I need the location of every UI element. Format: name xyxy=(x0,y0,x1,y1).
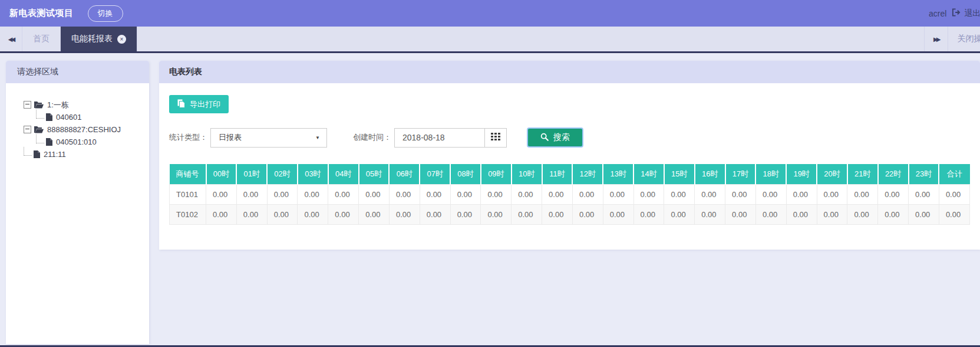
file-icon xyxy=(46,138,52,146)
app-title: 新电表测试项目 xyxy=(9,8,74,19)
table-cell: 0.00 xyxy=(481,185,512,205)
tree-node[interactable]: 040601 xyxy=(36,111,144,123)
table-header-cell: 12时 xyxy=(572,164,603,185)
table-cell: 0.00 xyxy=(847,185,878,205)
table-header-cell: 22时 xyxy=(878,164,909,185)
table-header-cell: 08时 xyxy=(450,164,481,185)
calendar-grid-icon xyxy=(491,133,500,142)
tree-node[interactable]: 888888827:CESHIOJ xyxy=(24,123,144,136)
date-picker-group xyxy=(394,128,507,148)
stat-type-select[interactable]: 日报表 ▼ xyxy=(210,128,327,148)
scroll-tabs-right-button[interactable]: ▶▶ xyxy=(925,27,948,51)
table-cell: T0102 xyxy=(170,205,206,225)
sidebar-header: 请选择区域 xyxy=(6,61,149,83)
table-header-cell: 商铺号 xyxy=(170,164,206,185)
table-cell: 0.00 xyxy=(267,185,298,205)
search-icon xyxy=(540,133,549,143)
username-label: acrel xyxy=(929,9,946,18)
table-cell: 0.00 xyxy=(572,185,603,205)
table-header-cell: 14时 xyxy=(633,164,664,185)
calendar-picker-button[interactable] xyxy=(484,129,506,147)
tree-expander-icon[interactable] xyxy=(24,101,31,109)
tree-node[interactable]: 040501:010 xyxy=(36,136,144,148)
tree-node-label: 1:一栋 xyxy=(47,100,69,110)
close-operations-menu[interactable]: 关闭操作 xyxy=(948,34,980,44)
meter-list-title: 电表列表 xyxy=(169,67,202,77)
folder-icon xyxy=(34,101,44,109)
table-row: T01020.000.000.000.000.000.000.000.000.0… xyxy=(170,205,970,225)
table-cell: 0.00 xyxy=(939,205,969,225)
scroll-tabs-left-button[interactable]: ◀◀ xyxy=(0,27,22,51)
table-cell: 0.00 xyxy=(359,205,390,225)
table-cell: 0.00 xyxy=(450,185,481,205)
table-cell: 0.00 xyxy=(328,205,359,225)
tab-bar: ◀◀ 首页 电能耗报表 × ▶▶ 关闭操作 xyxy=(0,27,980,53)
tree-node[interactable]: 211:11 xyxy=(24,148,144,161)
stat-type-label: 统计类型： xyxy=(169,132,207,143)
table-cell: 0.00 xyxy=(633,205,664,225)
table-cell: 0.00 xyxy=(755,185,786,205)
table-header-cell: 21时 xyxy=(847,164,878,185)
logout-button[interactable]: 退出 xyxy=(952,8,980,19)
table-cell: 0.00 xyxy=(725,205,756,225)
file-icon xyxy=(46,113,52,121)
create-date-input[interactable] xyxy=(395,129,484,147)
meter-table: 商铺号00时01时02时03时04时05时06时07时08时09时10时11时1… xyxy=(169,164,970,225)
sidebar-title: 请选择区域 xyxy=(17,67,58,77)
table-header-cell: 04时 xyxy=(328,164,359,185)
tree-node-label: 211:11 xyxy=(44,150,66,159)
table-header-cell: 16时 xyxy=(695,164,725,185)
table-cell: 0.00 xyxy=(512,185,542,205)
meter-list-panel: 电表列表 导出打印 统计类型： 日报表 ▼ 创建时间： xyxy=(159,61,980,250)
table-cell: 0.00 xyxy=(420,185,450,205)
table-cell: 0.00 xyxy=(298,205,328,225)
table-cell: 0.00 xyxy=(298,185,328,205)
tree-connector xyxy=(24,147,32,156)
tree-node-label: 040601 xyxy=(56,113,81,122)
table-cell: T0101 xyxy=(170,185,206,205)
search-button-label: 搜索 xyxy=(553,132,570,143)
tree-expander-icon[interactable] xyxy=(24,126,31,133)
table-header-cell: 20时 xyxy=(817,164,847,185)
table-cell: 0.00 xyxy=(755,205,786,225)
logout-label: 退出 xyxy=(964,8,980,19)
tree-node[interactable]: 1:一栋 xyxy=(24,99,144,111)
table-cell: 0.00 xyxy=(512,205,542,225)
table-cell: 0.00 xyxy=(389,185,420,205)
tab-energy-report[interactable]: 电能耗报表 × xyxy=(61,27,137,51)
tree-node-label: 888888827:CESHIOJ xyxy=(47,125,121,134)
table-cell: 0.00 xyxy=(695,205,725,225)
folder-icon xyxy=(34,126,44,133)
tab-energy-report-label: 电能耗报表 xyxy=(71,34,113,44)
table-cell: 0.00 xyxy=(633,185,664,205)
table-cell: 0.00 xyxy=(206,185,237,205)
table-cell: 0.00 xyxy=(359,185,390,205)
tabbar-right-controls: ▶▶ 关闭操作 xyxy=(924,27,980,51)
tab-home[interactable]: 首页 xyxy=(22,27,61,51)
search-button[interactable]: 搜索 xyxy=(527,127,583,148)
stat-type-value: 日报表 xyxy=(219,132,242,143)
app-header: 新电表测试项目 切换 acrel 退出 xyxy=(0,0,980,27)
export-print-button[interactable]: 导出打印 xyxy=(169,95,229,113)
logout-icon xyxy=(952,8,961,18)
chevron-down-icon: ▼ xyxy=(315,135,320,140)
meter-list-header: 电表列表 xyxy=(159,61,980,83)
close-tab-icon[interactable]: × xyxy=(117,35,126,44)
table-row: T01010.000.000.000.000.000.000.000.000.0… xyxy=(170,185,970,205)
table-cell: 0.00 xyxy=(786,185,817,205)
table-header-cell: 01时 xyxy=(236,164,267,185)
table-cell: 0.00 xyxy=(389,205,420,225)
table-cell: 0.00 xyxy=(695,185,725,205)
table-cell: 0.00 xyxy=(664,185,695,205)
table-cell: 0.00 xyxy=(725,185,756,205)
table-header-cell: 02时 xyxy=(267,164,298,185)
table-cell: 0.00 xyxy=(206,205,237,225)
area-sidebar: 请选择区域 1:一栋040601888888827:CESHIOJ040501:… xyxy=(6,61,149,344)
table-cell: 0.00 xyxy=(817,205,847,225)
table-cell: 0.00 xyxy=(481,205,512,225)
switch-project-button[interactable]: 切换 xyxy=(88,5,123,22)
area-tree: 1:一栋040601888888827:CESHIOJ040501:010211… xyxy=(6,83,149,165)
file-icon xyxy=(34,150,40,158)
table-cell: 0.00 xyxy=(542,185,573,205)
table-cell: 0.00 xyxy=(236,185,267,205)
